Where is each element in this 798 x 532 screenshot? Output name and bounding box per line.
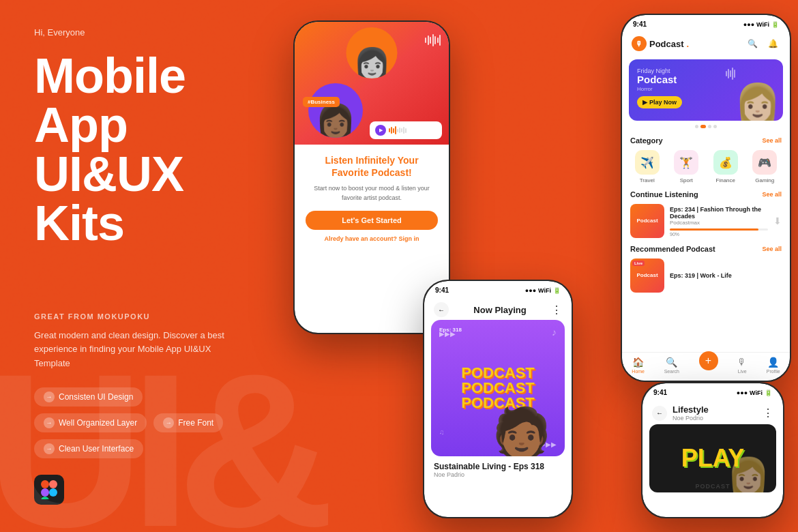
main-title: Mobile App UI&UX Kits <box>34 51 252 248</box>
continue-section-header: Continue Listening See all <box>622 186 790 201</box>
tag-consisten-ui: → Consisten UI Design <box>34 387 143 407</box>
dot-active <box>700 125 706 128</box>
nav-profile[interactable]: 👤 Profile <box>767 357 780 374</box>
play-now-button[interactable]: ▶ Play Now <box>637 96 682 108</box>
audio-player-bar: ▶ <box>370 121 442 139</box>
continue-progress-bar <box>670 228 768 231</box>
tag-arrow-icon-4: → <box>44 443 55 454</box>
recommended-section-header: Recommended Podcast See all <box>622 241 790 256</box>
cta-get-started-button[interactable]: Let's Get Started <box>306 211 438 230</box>
status-icons-playing: ●●● WiFi 🔋 <box>525 287 561 294</box>
phone-lifestyle-inner: 9:41 ●●● WiFi 🔋 ← Lifestyle Noe Podrio <box>642 383 783 517</box>
lifestyle-more-icon[interactable]: ⋮ <box>763 407 773 419</box>
banner-dots <box>622 125 790 128</box>
dot-3 <box>708 125 711 128</box>
finance-label: Finance <box>716 177 735 183</box>
travel-label: Travel <box>640 177 655 183</box>
live-icon: 🎙 <box>737 357 747 368</box>
left-panel: Hi, Everyone Mobile App UI&UX Kits GREAT… <box>0 0 286 532</box>
phone-playing-inner: 9:41 ●●● WiFi 🔋 ← Now Playing ⋮ Eps: 318 <box>424 281 572 517</box>
welcome-description: Start now to boost your mood & listen yo… <box>306 184 438 203</box>
lifestyle-content: PODCAST PLAY 👩🏼 <box>649 424 776 492</box>
back-button[interactable]: ← <box>434 302 449 317</box>
status-bar-podcast: 9:41 ●●● WiFi 🔋 <box>622 15 790 31</box>
nav-search[interactable]: 🔍 Search <box>664 357 679 374</box>
welcome-bottom-section: Listen Infinitely YourFavorite Podcast! … <box>295 145 449 252</box>
home-icon: 🏠 <box>632 357 644 368</box>
brand-section: GREAT FROM MOKUPOKU Great modern and cle… <box>34 312 252 505</box>
lifestyle-title-group: Lifestyle Noe Podrio <box>673 404 709 422</box>
brand-label: GREAT FROM MOKUPOKU <box>34 312 252 321</box>
tag-arrow-icon: → <box>44 391 55 402</box>
main-container: UI& Hi, Everyone Mobile App UI&UX Kits G… <box>0 0 798 532</box>
nav-home[interactable]: 🏠 Home <box>632 357 645 374</box>
tag-clean-ui: → Clean User Interface <box>34 439 143 458</box>
progress-fill <box>670 228 758 231</box>
search-icon[interactable]: 🔍 <box>745 36 760 51</box>
profile-icon: 👤 <box>767 357 779 368</box>
category-grid: ✈️ Travel 🏋️ Sport 💰 Finance 🎮 Gaming <box>622 147 790 186</box>
live-badge: Live <box>632 261 645 266</box>
gaming-icon-box: 🎮 <box>752 150 777 175</box>
status-icons: ●●● WiFi 🔋 <box>743 21 779 28</box>
podcast-background-text: PODCAST <box>695 483 730 490</box>
lifestyle-subtitle: Noe Podrio <box>673 415 709 422</box>
figma-badge <box>34 475 64 505</box>
podcast-big-text: PODCAST PODCAST PODCAST <box>461 366 535 411</box>
lifestyle-back-button[interactable]: ← <box>652 406 667 421</box>
category-gaming[interactable]: 🎮 Gaming <box>752 150 777 183</box>
feature-tags-container: → Consisten UI Design → Well Organized L… <box>34 387 252 458</box>
podcast-app-header: 🎙 Podcast . 🔍 🔔 <box>622 31 790 57</box>
category-section-header: Category See all <box>622 132 790 147</box>
music-note-icon: ♪ <box>552 327 557 338</box>
add-button[interactable]: + <box>699 351 718 370</box>
phone-welcome: 👩 #Business <box>293 20 450 334</box>
music-note-icon-2: ♫ <box>439 428 445 436</box>
recommended-see-all[interactable]: See all <box>762 246 782 252</box>
continue-listening-item[interactable]: Podcast Eps: 234 | Fashion Through the D… <box>622 201 790 241</box>
more-options-icon[interactable]: ⋮ <box>551 304 562 316</box>
svg-rect-0 <box>41 480 49 488</box>
brand-description: Great modern and clean design. Discover … <box>34 329 225 371</box>
recommended-item[interactable]: Podcast Live Eps: 319 | Work - Life <box>622 256 790 295</box>
category-travel[interactable]: ✈️ Travel <box>635 150 660 183</box>
welcome-top-section: 👩 #Business <box>295 22 449 145</box>
podcast-logo: 🎙 Podcast . <box>632 36 689 51</box>
continue-host: Podcastmax <box>670 220 768 226</box>
continue-title: Continue Listening <box>630 190 698 198</box>
signin-prompt: Alredy have an account? Sign in <box>306 235 438 242</box>
svg-rect-3 <box>41 497 49 499</box>
status-bar-playing: 9:41 ●●● WiFi 🔋 <box>424 281 572 297</box>
bell-icon[interactable]: 🔔 <box>765 36 780 51</box>
nav-live[interactable]: 🎙 Live <box>737 357 747 374</box>
lifestyle-title: Lifestyle <box>673 404 709 415</box>
tag-well-organized: → Well Organized Layer <box>34 413 147 432</box>
gaming-label: Gaming <box>755 177 774 183</box>
continue-episode: Eps: 234 | Fashion Through the Decades <box>670 206 768 220</box>
continue-percent: 90% <box>670 232 768 237</box>
svg-rect-2 <box>41 488 49 497</box>
status-bar-lifestyle: 9:41 ●●● WiFi 🔋 <box>642 383 783 399</box>
arrow-decoration: ▶▶▶ <box>439 330 456 338</box>
nav-add[interactable]: + <box>699 357 718 374</box>
phone-lifestyle: 9:41 ●●● WiFi 🔋 ← Lifestyle Noe Podrio <box>641 382 784 518</box>
download-icon[interactable]: ⬇ <box>773 216 782 226</box>
lifestyle-header: ← Lifestyle Noe Podrio ⋮ <box>642 399 783 424</box>
signin-link[interactable]: Sign in <box>399 235 419 242</box>
song-title: Sustainable Living - Eps 318 <box>434 462 562 471</box>
phone-welcome-inner: 👩 #Business <box>295 22 449 333</box>
category-sport[interactable]: 🏋️ Sport <box>674 150 698 183</box>
dot-1 <box>695 125 698 128</box>
category-finance[interactable]: 💰 Finance <box>713 150 738 183</box>
person-image: 🧑🏾 <box>492 409 551 456</box>
status-icons-lifestyle: ●●● WiFi 🔋 <box>737 389 772 396</box>
header-icons: 🔍 🔔 <box>745 36 780 51</box>
lifestyle-header-left: ← Lifestyle Noe Podrio <box>652 404 709 422</box>
continue-see-all[interactable]: See all <box>762 191 782 198</box>
playing-header: ← Now Playing ⋮ <box>424 297 572 320</box>
recommended-title: Recommended Podcast <box>630 245 715 253</box>
phone-podcast-inner: 9:41 ●●● WiFi 🔋 🎙 Podcast . <box>622 15 790 381</box>
category-title: Category <box>630 136 663 145</box>
phone-playing: 9:41 ●●● WiFi 🔋 ← Now Playing ⋮ Eps: 318 <box>423 280 573 518</box>
category-see-all[interactable]: See all <box>762 137 782 144</box>
